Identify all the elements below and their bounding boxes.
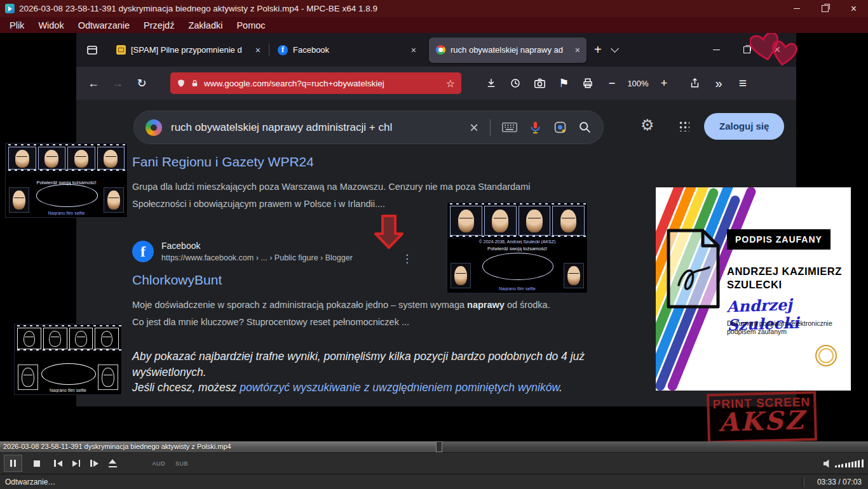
result-link-wpr24: Fani Regionu i Gazety WPR24 — [132, 154, 314, 170]
facebook-result-icon: f — [132, 241, 154, 262]
ai-mode-icon — [146, 119, 162, 136]
facebook-favicon: f — [278, 45, 288, 55]
filmstrip-thumbnail-bottom-left: Nagrano film selfie — [14, 324, 122, 395]
tab-google-search: ruch obywatelskiej naprawy ad × — [429, 37, 587, 63]
tab-title: ruch obywatelskiej naprawy ad — [451, 45, 570, 55]
download-icon — [479, 72, 503, 95]
search-query-text: ruch obywatelskiej naprawy administracji… — [171, 121, 458, 134]
filmstrip-label: Potwierdź swoją tożsamość! — [447, 246, 587, 251]
filmstrip-caption: Nagrano film selfie — [6, 211, 127, 215]
browser-navbar: ← → ↻ www.google.com/search?q=ruch+obywa… — [76, 67, 796, 100]
google-apps-grid-icon — [679, 121, 689, 131]
hamburger-menu-icon: ≡ — [731, 72, 755, 95]
tab-facebook: f Facebook × — [271, 37, 423, 63]
filmstrip-caption: Nagrano film selfie — [447, 286, 587, 291]
pause-button[interactable] — [4, 455, 22, 472]
print-screen-aksz-stamp: PRINT SCREEN AKSZ — [707, 391, 817, 441]
repeat-search-link: powtórzyć wyszukiwanie z uwzględnieniem … — [240, 381, 559, 394]
status-divider — [802, 477, 804, 487]
screenshot-camera-icon — [527, 72, 552, 95]
menu-pomoc[interactable]: Pomoc — [229, 20, 272, 30]
clear-search-icon: × — [470, 119, 478, 137]
result-source-facebook: f Facebook https://www.facebook.com › ..… — [132, 241, 353, 262]
window-title: 2026-03-08 23-58-11-391 dyskryminacja bi… — [19, 4, 782, 13]
status-bar: Odtwarzanie… 03:33 / 07:03 — [0, 474, 868, 489]
tab-close-icon: × — [575, 45, 580, 55]
filmstrip-thumbnail-center: © 2024-2036, Andrzej Szulecki (AKSZ) Pot… — [447, 202, 588, 293]
voice-search-mic-icon — [529, 121, 542, 134]
video-area: [SPAM] Pilne przypomnienie d × f Faceboo… — [0, 33, 868, 441]
result-breadcrumb: https://www.facebook.com › ... › Public … — [161, 253, 353, 262]
zoom-out-icon: − — [600, 72, 624, 95]
reload-icon: ↻ — [130, 72, 154, 95]
menu-widok[interactable]: Widok — [31, 20, 71, 30]
minimize-button[interactable] — [782, 0, 811, 17]
lock-icon — [191, 79, 199, 88]
new-tab-icon: + — [594, 43, 602, 57]
menubar: Plik Widok Odtwarzanie Przejdź Zakładki … — [0, 17, 868, 33]
shield-icon — [177, 78, 186, 88]
filmstrip-caption: Nagrano film selfie — [15, 388, 121, 392]
signature-description: Dokument podpisany elektronicznie podpis… — [727, 319, 832, 336]
tab-title: Facebook — [293, 45, 406, 55]
omitted-results-notice: Aby pokazać najbardziej trafne wyniki, p… — [132, 349, 585, 396]
volume-slider[interactable] — [835, 459, 864, 467]
skip-back-button[interactable] — [54, 460, 62, 467]
sign-in-button: Zaloguj się — [704, 113, 784, 140]
print-icon — [576, 72, 600, 95]
playback-status: Odtwarzanie… — [0, 478, 797, 486]
tab-title: [SPAM] Pilne przypomnienie d — [131, 45, 250, 55]
hearts-decoration — [750, 33, 799, 70]
copyright-caption: © 2024-2036, Andrzej Szulecki (AKSZ) — [447, 239, 587, 244]
time-display: 03:33 / 07:03 — [810, 478, 868, 486]
back-icon: ← — [81, 72, 105, 95]
signature-oval — [482, 253, 553, 280]
overflow-icon: » — [707, 72, 731, 95]
menu-przejdz[interactable]: Przejdź — [137, 20, 181, 30]
zoom-in-icon: + — [652, 72, 676, 95]
speaker-icon[interactable] — [823, 459, 832, 468]
stop-button[interactable] — [34, 460, 40, 467]
control-bar: AUD SUB — [0, 452, 868, 474]
close-button[interactable]: × — [839, 0, 868, 17]
restore-button[interactable] — [811, 0, 839, 17]
list-tabs-chevron-icon — [611, 44, 619, 53]
menu-plik[interactable]: Plik — [3, 20, 31, 30]
signature-oval — [36, 184, 98, 206]
subtitle-track-label[interactable]: SUB — [175, 460, 188, 467]
tab-close-icon: × — [255, 45, 261, 55]
seek-remaining-track[interactable] — [439, 441, 868, 452]
menu-odtwarzanie[interactable]: Odtwarzanie — [71, 20, 137, 30]
frame-step-button[interactable] — [90, 460, 98, 467]
url-text: www.google.com/search?q=ruch+obywatelski… — [204, 79, 441, 88]
firefox-view-icon — [83, 41, 102, 60]
result-more-options-icon: ⋮ — [402, 252, 412, 265]
audio-track-label[interactable]: AUD — [153, 460, 166, 467]
podpis-zaufany-panel: PODPIS ZAUFANY ANDRZEJ KAZIMIERZ SZULECK… — [656, 187, 851, 391]
search-icon — [578, 121, 592, 134]
skip-forward-button[interactable] — [72, 460, 81, 467]
seekbar-filename: 2026-03-08 23-58-11-391 dyskryminacja bi… — [3, 443, 231, 450]
tab-close-icon: × — [411, 45, 416, 55]
result-link-chlorkowybunt: ChlorkowyBunt — [132, 272, 222, 288]
result-snippet: Moje doświadczenie w sporach z administr… — [132, 297, 550, 331]
seek-bar[interactable]: 2026-03-08 23-58-11-391 dyskryminacja bi… — [0, 441, 868, 452]
history-icon — [503, 72, 527, 95]
forward-icon: → — [105, 72, 130, 95]
google-lens-icon — [553, 121, 567, 134]
address-bar: www.google.com/search?q=ruch+obywatelski… — [170, 72, 461, 94]
settings-gear-icon: ⚙ — [641, 116, 654, 134]
keyboard-icon — [502, 122, 517, 133]
filmstrip-thumbnail-top-left: Potwierdź swoją tożsamość! Nagrano film … — [5, 143, 128, 218]
seek-handle[interactable] — [436, 441, 442, 452]
browser-minimize-icon — [701, 37, 731, 63]
bookmark-star-icon: ☆ — [446, 77, 455, 90]
eject-button[interactable] — [109, 459, 117, 468]
titlebar: 2026-03-08 23-58-11-391 dyskryminacja bi… — [0, 0, 868, 17]
flag-icon: ⚑ — [552, 72, 576, 95]
signature-oval — [41, 363, 96, 385]
browser-tabbar: [SPAM] Pilne przypomnienie d × f Faceboo… — [76, 33, 796, 67]
gold-seal-icon — [815, 345, 837, 366]
menu-zakladki[interactable]: Zakładki — [181, 20, 229, 30]
mpc-be-window: 2026-03-08 23-58-11-391 dyskryminacja bi… — [0, 0, 868, 489]
